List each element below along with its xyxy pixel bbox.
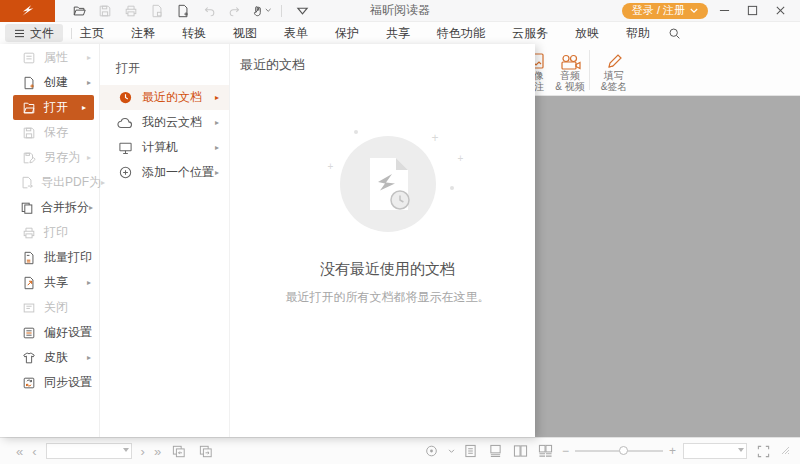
batch-print-icon <box>20 250 37 266</box>
sparkle-dot <box>450 186 454 190</box>
toolbar-separator <box>281 5 282 17</box>
sparkle-icon: + <box>458 154 464 164</box>
menu-item-create[interactable]: 创建 ▸ <box>0 70 99 95</box>
tab-cloud[interactable]: 云服务 <box>512 25 548 42</box>
previous-view-icon[interactable] <box>170 443 188 459</box>
zoom-out-icon[interactable]: − <box>562 444 569 458</box>
print-icon[interactable] <box>121 2 141 20</box>
submenu-arrow-icon: ▸ <box>87 353 91 362</box>
prev-page-icon[interactable]: ‹ <box>32 445 36 458</box>
fill-sign-label-1: 填写 <box>594 70 634 81</box>
search-icon[interactable] <box>668 27 681 40</box>
login-register-label: 登录 / 注册 <box>632 3 685 18</box>
menu-bar: 文件 主页 注释 转换 视图 表单 保护 共享 特色功能 云服务 放映 帮助 <box>0 22 800 44</box>
menu-item-preferences[interactable]: 偏好设置 <box>0 320 99 345</box>
hand-tool-icon[interactable] <box>251 2 271 20</box>
page-number-input[interactable] <box>46 443 132 459</box>
menu-item-save[interactable]: 保存 <box>0 120 99 145</box>
single-page-view-icon[interactable] <box>462 443 480 459</box>
minimize-button[interactable] <box>712 2 736 20</box>
fullscreen-icon[interactable] <box>754 443 772 459</box>
menu-item-combine-split[interactable]: 合并拆分 ▸ <box>0 195 99 220</box>
open-item-computer[interactable]: 计算机 ▸ <box>100 135 229 160</box>
zoom-slider: − + <box>562 444 676 458</box>
menu-item-sync-settings[interactable]: 同步设置 <box>0 370 99 395</box>
video-camera-icon <box>550 46 590 70</box>
submenu-arrow-icon: ▸ <box>215 93 219 102</box>
menu-item-skin[interactable]: 皮肤 ▸ <box>0 345 99 370</box>
next-view-icon[interactable] <box>197 443 215 459</box>
submenu-arrow-icon: ▸ <box>82 103 86 112</box>
save-icon[interactable] <box>95 2 115 20</box>
zoom-slider-track[interactable] <box>575 450 663 452</box>
redo-icon[interactable] <box>225 2 245 20</box>
ribbon-item-fill-sign[interactable]: 填写 &签名 <box>594 46 634 92</box>
menu-item-batch-print[interactable]: 批量打印 <box>0 245 99 270</box>
select-tool-icon[interactable] <box>423 443 441 459</box>
open-item-add-place[interactable]: 添加一个位置 ▸ <box>100 160 229 185</box>
title-bar: 福昕阅读器 登录 / 注册 <box>0 0 800 22</box>
submenu-arrow-icon: ▸ <box>87 278 91 287</box>
customize-toolbar-icon[interactable] <box>292 2 312 20</box>
menu-item-properties[interactable]: 属性 ▸ <box>0 45 99 70</box>
ribbon-item-audio-video[interactable]: 音频 & 视频 <box>550 46 590 92</box>
maximize-button[interactable] <box>740 2 764 20</box>
foxit-logo-icon <box>0 0 55 22</box>
app-window: 福昕阅读器 登录 / 注册 文件 主页 注释 转换 <box>0 0 800 464</box>
menu-item-save-as[interactable]: 另存为 ▸ <box>0 145 99 170</box>
menu-item-print[interactable]: 打印 <box>0 220 99 245</box>
new-document-icon[interactable] <box>173 2 193 20</box>
submenu-arrow-icon: ▸ <box>215 118 219 127</box>
open-item-cloud-documents[interactable]: 我的云文档 ▸ <box>100 110 229 135</box>
sparkle-icon: + <box>432 132 439 144</box>
undo-icon[interactable] <box>199 2 219 20</box>
tab-form[interactable]: 表单 <box>284 25 308 42</box>
tab-file[interactable]: 文件 <box>5 24 63 42</box>
tab-view[interactable]: 视图 <box>233 25 257 42</box>
file-menu-column: 属性 ▸ 创建 ▸ 打开 ▸ 保存 另存为 ▸ <box>0 44 100 437</box>
open-header: 打开 <box>116 60 229 77</box>
tab-protect[interactable]: 保护 <box>335 25 359 42</box>
select-tool-caret-icon[interactable] <box>448 449 455 454</box>
menu-item-export-pdf[interactable]: 导出PDF为 ▸ <box>0 170 99 195</box>
open-file-icon[interactable] <box>69 2 89 20</box>
tab-share[interactable]: 共享 <box>386 25 410 42</box>
share-icon <box>20 275 37 291</box>
menu-item-share[interactable]: 共享 ▸ <box>0 270 99 295</box>
save-as-icon <box>20 150 37 166</box>
facing-view-icon[interactable] <box>512 443 530 459</box>
first-page-icon[interactable]: « <box>16 445 23 458</box>
tab-special-features[interactable]: 特色功能 <box>437 25 485 42</box>
tab-home[interactable]: 主页 <box>80 25 104 42</box>
menu-item-open[interactable]: 打开 ▸ <box>13 95 94 120</box>
zoom-in-icon[interactable]: + <box>669 444 676 458</box>
zoom-combo-caret-icon[interactable] <box>738 448 744 452</box>
close-button[interactable] <box>768 2 792 20</box>
login-register-button[interactable]: 登录 / 注册 <box>622 3 708 19</box>
submenu-arrow-icon: ▸ <box>215 168 219 177</box>
combine-split-icon <box>20 200 34 216</box>
tab-convert[interactable]: 转换 <box>182 25 206 42</box>
menubar-separator <box>71 28 72 39</box>
tab-presentation[interactable]: 放映 <box>575 25 599 42</box>
sync-settings-icon <box>20 375 37 391</box>
next-page-icon[interactable]: › <box>141 445 145 458</box>
sparkle-icon: + <box>328 162 334 172</box>
tab-help[interactable]: 帮助 <box>626 25 650 42</box>
page-combo-caret-icon[interactable] <box>123 448 129 452</box>
recent-documents-panel: 最近的文档 + <box>230 44 535 437</box>
zoom-slider-knob[interactable] <box>619 446 628 455</box>
open-item-recent-documents[interactable]: 最近的文档 ▸ <box>100 85 229 110</box>
close-document-icon <box>20 300 37 316</box>
continuous-facing-view-icon[interactable] <box>537 443 555 459</box>
attach-document-icon[interactable] <box>147 2 167 20</box>
resize-grip[interactable] <box>781 444 790 458</box>
file-tab-label: 文件 <box>30 25 54 42</box>
empty-state: + + + 没有最近使用的文档 最近打开的所有文档都将显示在这里。 <box>278 136 498 306</box>
last-page-icon[interactable]: » <box>154 445 161 458</box>
empty-illustration: + + + <box>340 136 436 232</box>
continuous-view-icon[interactable] <box>487 443 505 459</box>
menu-item-close[interactable]: 关闭 <box>0 295 99 320</box>
tab-comment[interactable]: 注释 <box>131 25 155 42</box>
print-icon <box>20 225 37 241</box>
